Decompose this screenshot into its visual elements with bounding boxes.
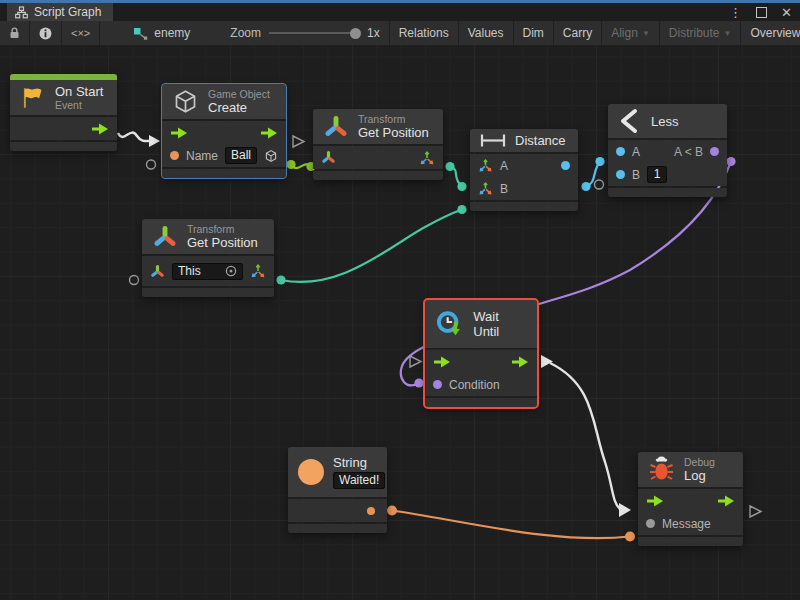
port-row-a: A A < B: [608, 140, 727, 163]
wire-arrowhead: [619, 503, 631, 517]
node-title: Get Position: [358, 125, 429, 140]
vector3-in-port[interactable]: [478, 181, 493, 196]
node-footer: [288, 524, 387, 533]
value-row: [288, 499, 387, 522]
node-title: Get Position: [187, 235, 258, 250]
unconnected-flow-triangle[interactable]: [293, 136, 304, 147]
message-port-row: Message: [638, 512, 743, 535]
port-label: A: [632, 145, 640, 159]
flow-in-port[interactable]: [170, 127, 188, 139]
object-picker-icon[interactable]: [225, 265, 237, 277]
port-label: B: [500, 182, 508, 196]
wire-flow-onstart-create[interactable]: [118, 133, 150, 141]
node-get-position-b[interactable]: Transform Get Position This: [142, 219, 274, 297]
condition-port-row: Condition: [425, 373, 537, 396]
float-in-port[interactable]: [616, 170, 625, 179]
flow-out-port[interactable]: [260, 127, 278, 139]
wire-end-dot: [625, 532, 635, 542]
node-footer: [313, 171, 443, 180]
node-title: Create: [208, 100, 270, 115]
wait-clock-icon: [435, 309, 464, 339]
node-title: On Start: [55, 84, 103, 99]
transform-in-port[interactable]: [321, 150, 336, 165]
node-get-position-a[interactable]: Transform Get Position: [313, 109, 443, 180]
wire-string[interactable]: [392, 511, 630, 539]
node-on-start[interactable]: On Start Event: [10, 74, 117, 151]
wire-arrowhead: [541, 355, 553, 368]
unconnected-port-circle[interactable]: [595, 180, 604, 189]
wire-end-dot: [414, 378, 423, 387]
flow-in-port[interactable]: [646, 495, 664, 507]
unconnected-port-circle[interactable]: [130, 276, 139, 285]
target-value: This: [178, 263, 201, 280]
wire-end-dot: [581, 182, 590, 191]
wire-end-dot: [445, 162, 454, 171]
result-label: A < B: [674, 145, 703, 159]
cube-icon: [172, 88, 199, 115]
name-port-row: Name Ball: [162, 144, 286, 167]
distance-icon: [480, 133, 506, 148]
flow-in-port[interactable]: [433, 356, 451, 368]
node-string[interactable]: String Waited!: [288, 447, 387, 533]
node-subtitle: Event: [55, 99, 103, 111]
target-value-input[interactable]: This: [172, 263, 243, 280]
flow-out-port[interactable]: [91, 123, 109, 135]
node-wait-until[interactable]: Wait Until Condition: [425, 300, 537, 407]
value-row: [313, 146, 443, 169]
wire-vector3-b[interactable]: [281, 210, 462, 282]
node-footer: [10, 142, 117, 151]
bool-out-port[interactable]: [710, 147, 719, 156]
node-footer: [608, 188, 727, 197]
flow-out-port[interactable]: [717, 495, 735, 507]
vector3-out-port[interactable]: [250, 263, 266, 279]
port-label: B: [632, 168, 640, 182]
bool-in-port[interactable]: [433, 380, 442, 389]
script-graph-window: Script Graph ⋮ ✕ <×>: [0, 0, 800, 600]
wire-end-dot: [595, 157, 604, 166]
node-footer: [142, 288, 274, 297]
port-label: A: [500, 159, 508, 173]
transform-icon: [323, 114, 349, 140]
flow-row: [638, 489, 743, 512]
name-value-input[interactable]: Ball: [225, 147, 257, 164]
string-port[interactable]: [170, 151, 179, 160]
node-debug-log[interactable]: Debug Log Message: [638, 452, 743, 546]
flow-row: [10, 117, 117, 140]
flow-row: [425, 350, 537, 373]
vector3-out-port[interactable]: [419, 150, 435, 166]
transform-in-port[interactable]: [150, 264, 165, 279]
vector3-in-port[interactable]: [478, 158, 493, 173]
float-in-port[interactable]: [616, 147, 625, 156]
node-less[interactable]: Less A A < B B 1: [608, 104, 727, 197]
float-out-port[interactable]: [561, 161, 570, 170]
gameobject-out-port[interactable]: [264, 148, 278, 164]
node-category: Debug: [684, 456, 715, 468]
node-create[interactable]: Game Object Create Name Ball: [162, 84, 286, 178]
node-category: Game Object: [208, 88, 270, 100]
b-value-input[interactable]: 1: [647, 166, 667, 183]
object-in-port[interactable]: [646, 519, 655, 528]
node-distance[interactable]: Distance A: [470, 129, 578, 211]
string-type-icon: [298, 459, 324, 485]
unconnected-flow-triangle[interactable]: [750, 506, 761, 517]
port-label: Message: [662, 517, 711, 531]
node-footer: [425, 398, 537, 407]
node-title: String: [333, 455, 385, 470]
node-footer: [470, 202, 578, 211]
string-out-port[interactable]: [367, 507, 375, 515]
wire-end-dot: [286, 160, 295, 169]
wire-end-dot: [726, 157, 735, 166]
flow-out-port[interactable]: [511, 356, 529, 368]
wire-end-dot: [457, 182, 466, 191]
string-value-input[interactable]: Waited!: [333, 472, 385, 489]
unconnected-port-circle[interactable]: [147, 160, 156, 169]
node-title: Less: [651, 114, 678, 129]
node-title: Wait Until: [473, 309, 527, 339]
wire-arrowhead: [149, 135, 160, 147]
wire-end-dot: [276, 275, 285, 284]
flow-row: [162, 121, 286, 144]
flag-icon: [20, 85, 46, 111]
wire-flow-wait-log[interactable]: [550, 363, 620, 509]
unconnected-flow-triangle[interactable]: [410, 356, 421, 367]
transform-icon: [152, 224, 178, 250]
